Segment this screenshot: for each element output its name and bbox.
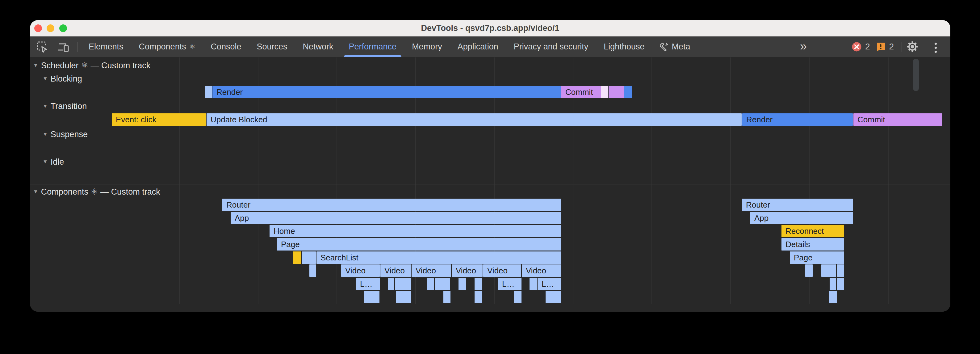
flame-bar-home[interactable]: Home — [270, 225, 561, 237]
gridline — [179, 57, 180, 304]
gridline — [730, 57, 731, 304]
flame-bar[interactable] — [396, 291, 411, 303]
tab-performance[interactable]: Performance — [349, 37, 397, 57]
device-toolbar-icon[interactable] — [57, 41, 70, 53]
flame-bar[interactable] — [829, 291, 837, 303]
flame-bar[interactable] — [458, 278, 466, 290]
track-label-idle[interactable]: ▼Idle — [43, 156, 64, 168]
flame-bar[interactable] — [821, 265, 836, 277]
flame-bar[interactable] — [364, 291, 379, 303]
flame-bar[interactable] — [302, 252, 316, 264]
flame-bar[interactable] — [514, 291, 522, 303]
gridline — [101, 57, 101, 304]
more-tabs-chevron-icon[interactable]: » — [800, 37, 805, 57]
flame-bar-video[interactable]: Video — [522, 265, 561, 277]
flame-bar[interactable] — [388, 278, 394, 290]
error-count[interactable]: 2 — [865, 42, 870, 52]
flame-bar-update-blocked[interactable]: Update Blocked — [207, 113, 741, 126]
flame-bar-page[interactable]: Page — [277, 238, 561, 250]
tab-label: Privacy and security — [514, 37, 589, 57]
flame-bar[interactable] — [427, 278, 434, 290]
vertical-scrollbar[interactable] — [913, 59, 919, 91]
flame-bar-router[interactable]: Router — [222, 199, 561, 211]
flame-bar-commit[interactable]: Commit — [853, 113, 942, 126]
flame-bar-render[interactable]: Render — [212, 86, 561, 98]
flame-bar-video[interactable]: Video — [412, 265, 451, 277]
collapse-triangle-icon[interactable]: ▼ — [43, 128, 48, 140]
flame-bar[interactable] — [830, 278, 836, 290]
flame-bar[interactable] — [837, 278, 844, 290]
flame-bar-l[interactable]: L… — [498, 278, 522, 290]
tab-components[interactable]: Components⚛ — [139, 37, 196, 57]
flame-bar[interactable] — [474, 291, 482, 303]
inspect-element-icon[interactable] — [36, 41, 48, 53]
tab-console[interactable]: Console — [211, 37, 241, 57]
collapse-triangle-icon[interactable]: ▼ — [43, 73, 48, 85]
flame-bar[interactable] — [837, 265, 844, 277]
track-label-transition[interactable]: ▼Transition — [43, 100, 87, 112]
flame-bar-details[interactable]: Details — [781, 238, 844, 250]
flame-bar[interactable] — [205, 86, 212, 98]
flame-bar-app[interactable]: App — [231, 212, 561, 224]
flame-bar-render[interactable]: Render — [742, 113, 853, 126]
tab-privacy-and-security[interactable]: Privacy and security — [514, 37, 589, 57]
flame-bar-video[interactable]: Video — [341, 265, 380, 277]
panel-tabs: ElementsComponents⚛ConsoleSourcesNetwork… — [89, 37, 690, 57]
flame-bar[interactable] — [293, 252, 301, 264]
title-bar: DevTools - qsvd7p.csb.app/video/1 — [30, 20, 950, 37]
flame-bar-l[interactable]: L… — [538, 278, 561, 290]
devtools-tab-bar: ElementsComponents⚛ConsoleSourcesNetwork… — [30, 37, 950, 57]
performance-flame-chart: ▼Scheduler ⚛ — Custom track▼Blocking▼Tra… — [30, 57, 950, 312]
track-label-blocking[interactable]: ▼Blocking — [43, 73, 82, 85]
tab-application[interactable]: Application — [458, 37, 498, 57]
tab-meta[interactable]: Meta — [660, 37, 690, 57]
collapse-triangle-icon[interactable]: ▼ — [43, 156, 48, 168]
error-count-icon[interactable] — [852, 42, 861, 52]
flame-bar-app[interactable]: App — [750, 212, 853, 224]
flame-bar[interactable] — [435, 278, 450, 290]
gridline — [888, 57, 889, 304]
tab-sources[interactable]: Sources — [256, 37, 287, 57]
more-options-kebab-icon[interactable] — [935, 43, 937, 53]
flame-bar-event-click[interactable]: Event: click — [112, 113, 206, 126]
flame-bar-commit[interactable]: Commit — [561, 86, 601, 98]
track-label-suspense[interactable]: ▼Suspense — [43, 128, 88, 140]
tab-label: Lighthouse — [604, 37, 644, 57]
tab-memory[interactable]: Memory — [412, 37, 442, 57]
flame-bar-page[interactable]: Page — [790, 252, 844, 264]
flame-bar[interactable] — [546, 291, 561, 303]
collapse-triangle-icon[interactable]: ▼ — [33, 186, 38, 198]
collapse-triangle-icon[interactable]: ▼ — [43, 100, 48, 112]
settings-gear-icon[interactable] — [906, 40, 918, 53]
flame-bar[interactable] — [395, 278, 411, 290]
track-label-scheduler[interactable]: ▼Scheduler ⚛ — Custom track — [33, 59, 150, 72]
flame-bar-reconnect[interactable]: Reconnect — [781, 225, 844, 237]
warning-count-icon[interactable] — [876, 42, 886, 52]
flame-bar-video[interactable]: Video — [483, 265, 521, 277]
flame-bar[interactable] — [609, 86, 624, 98]
selected-tab-underline — [344, 55, 402, 57]
flame-bar-router[interactable]: Router — [742, 199, 853, 211]
flame-bar[interactable] — [309, 265, 316, 277]
flame-bar-l[interactable]: L… — [356, 278, 380, 290]
track-label-text: Blocking — [51, 73, 82, 85]
track-section-divider — [30, 184, 950, 184]
flame-bar[interactable] — [624, 86, 632, 98]
tab-network[interactable]: Network — [303, 37, 334, 57]
tab-lighthouse[interactable]: Lighthouse — [604, 37, 644, 57]
flame-bar[interactable] — [601, 86, 608, 98]
flame-bar-video[interactable]: Video — [452, 265, 483, 277]
track-label-components[interactable]: ▼Components ⚛ — Custom track — [33, 186, 160, 198]
collapse-triangle-icon[interactable]: ▼ — [33, 59, 38, 72]
tab-elements[interactable]: Elements — [89, 37, 124, 57]
track-label-text: Scheduler ⚛ — Custom track — [41, 59, 150, 72]
toolbar-divider — [902, 42, 902, 52]
flame-bar-searchlist[interactable]: SearchList — [317, 252, 561, 264]
tab-label: Network — [303, 37, 334, 57]
flame-bar[interactable] — [474, 278, 482, 290]
flame-bar[interactable] — [805, 265, 813, 277]
flame-bar[interactable] — [530, 278, 537, 290]
warning-count[interactable]: 2 — [889, 42, 894, 52]
flame-bar-video[interactable]: Video — [380, 265, 411, 277]
flame-bar[interactable] — [443, 291, 450, 303]
